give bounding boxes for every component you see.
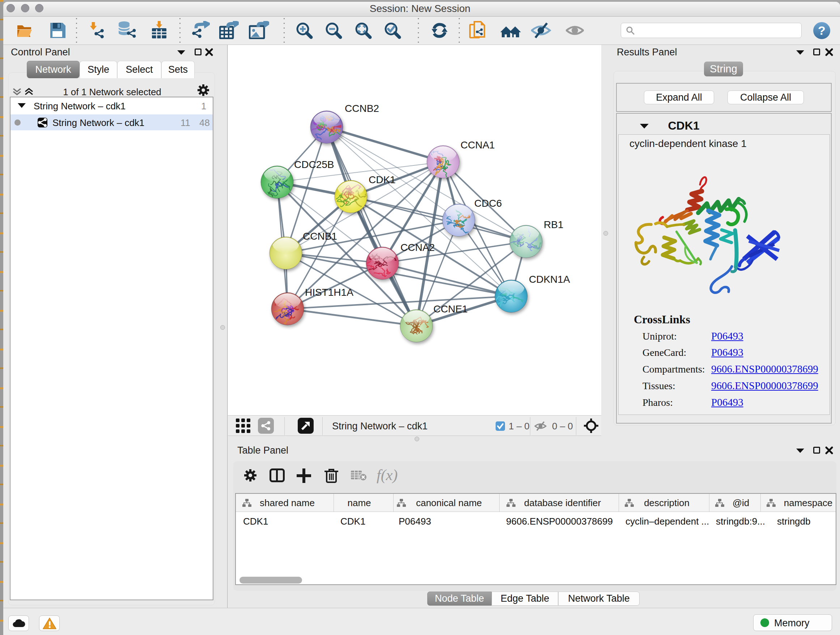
svg-text:CDK1: CDK1 [369,174,396,185]
svg-text:RB1: RB1 [544,219,563,230]
svg-text:CDC6: CDC6 [474,198,502,209]
svg-text:CCNA1: CCNA1 [461,139,495,150]
svg-text:CCNE1: CCNE1 [433,303,468,315]
svg-text:HIST1H1A: HIST1H1A [305,287,354,298]
svg-text:CDC25B: CDC25B [294,159,334,170]
svg-text:CCNA2: CCNA2 [401,242,435,253]
svg-text:CCNB1: CCNB1 [303,231,337,242]
svg-text:CCNB2: CCNB2 [345,103,379,114]
svg-text:CDKN1A: CDKN1A [529,274,570,285]
